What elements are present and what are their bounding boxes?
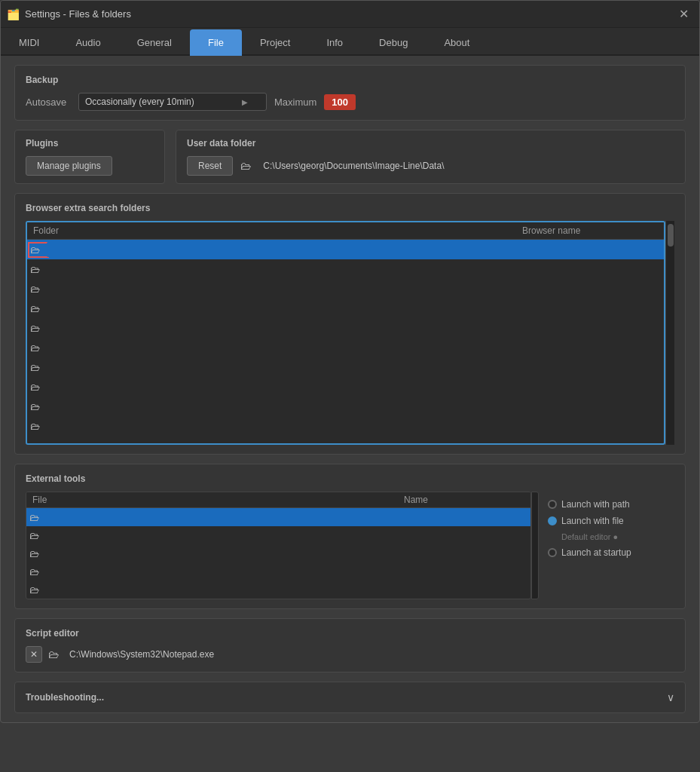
tab-audio[interactable]: Audio — [57, 29, 118, 56]
folder-icon-7[interactable]: 🗁 — [30, 362, 47, 373]
folder-icon-2[interactable]: 🗁 — [30, 264, 47, 275]
ext-folder-icon-4[interactable]: 🗁 — [29, 566, 46, 577]
ext-options: Launch with path Launch with file Defaul… — [539, 492, 674, 599]
external-tools-table-area: File Name 🗁 🗁 🗁 🗁 🗁 — [26, 492, 674, 599]
ext-folder-icon-2[interactable]: 🗁 — [29, 530, 46, 541]
tab-general[interactable]: General — [119, 29, 190, 56]
ext-row-4[interactable]: 🗁 — [26, 562, 530, 581]
user-data-folder-icon[interactable]: 🗁 — [240, 160, 251, 172]
ext-row-2[interactable]: 🗁 — [26, 526, 530, 544]
titlebar: 🗂️ Settings - Files & folders ✕ — [1, 1, 699, 28]
browser-scrollbar-thumb[interactable] — [668, 224, 674, 247]
backup-row: Autosave Occasionally (every 10min) ▶ Ma… — [26, 93, 674, 111]
col-folder: Folder — [33, 225, 522, 236]
troubleshooting-section[interactable]: Troubleshooting... ∨ — [14, 682, 686, 713]
window-title: Settings - Files & folders — [25, 8, 131, 20]
backup-section: Backup Autosave Occasionally (every 10mi… — [14, 65, 686, 121]
script-clear-button[interactable]: ✕ — [26, 646, 42, 663]
launch-path-label: Launch with path — [561, 499, 630, 510]
user-data-section: User data folder Reset 🗁 C:\Users\georg\… — [176, 130, 686, 184]
browser-row-9[interactable]: 🗁 — [27, 397, 664, 416]
troubleshoot-label: Troubleshooting... — [26, 692, 104, 703]
browser-row-1[interactable]: 🗁 — [27, 240, 664, 259]
plugins-section: Plugins Manage plugins — [14, 130, 165, 184]
browser-row-2[interactable]: 🗁 — [27, 259, 664, 279]
external-tools-section: External tools File Name 🗁 🗁 🗁 🗁 — [14, 464, 686, 609]
ext-row-5[interactable]: 🗁 — [26, 581, 530, 599]
browser-search-header: Folder Browser name — [27, 222, 664, 240]
browser-search-table: Folder Browser name 🗁 🗁 🗁 🗁 🗁 — [26, 221, 665, 445]
manage-plugins-button[interactable]: Manage plugins — [26, 156, 112, 176]
tab-about[interactable]: About — [426, 29, 488, 56]
titlebar-left: 🗂️ Settings - Files & folders — [7, 8, 131, 20]
script-editor-section: Script editor ✕ 🗁 C:\Windows\System32\No… — [14, 618, 686, 672]
autosave-dropdown[interactable]: Occasionally (every 10min) ▶ — [78, 93, 267, 111]
tab-debug[interactable]: Debug — [361, 29, 426, 56]
ext-col-name: Name — [404, 495, 524, 505]
ext-scrollbar[interactable] — [531, 492, 539, 599]
external-tools-list: File Name 🗁 🗁 🗁 🗁 🗁 — [26, 492, 531, 599]
autosave-label: Autosave — [26, 96, 71, 108]
tab-file[interactable]: File — [190, 29, 242, 56]
tab-project[interactable]: Project — [242, 29, 308, 56]
close-button[interactable]: ✕ — [674, 4, 693, 24]
folder-icon-9[interactable]: 🗁 — [30, 401, 47, 412]
tab-info[interactable]: Info — [308, 29, 361, 56]
browser-row-10[interactable]: 🗁 — [27, 416, 664, 436]
browser-row-5[interactable]: 🗁 — [27, 318, 664, 338]
col-browser: Browser name — [522, 225, 658, 236]
script-editor-row: ✕ 🗁 C:\Windows\System32\Notepad.exe — [26, 646, 674, 663]
browser-row-7[interactable]: 🗁 — [27, 357, 664, 377]
chevron-down-icon: ∨ — [667, 691, 674, 703]
troubleshoot-row: Troubleshooting... ∨ — [26, 691, 674, 703]
browser-row-6[interactable]: 🗁 — [27, 338, 664, 357]
ext-body: 🗁 🗁 🗁 🗁 🗁 — [26, 508, 530, 599]
tab-bar: MIDI Audio General File Project Info Deb… — [1, 28, 699, 56]
launch-startup-label: Launch at startup — [561, 547, 631, 558]
browser-scrollbar[interactable] — [665, 221, 674, 445]
launch-startup-row[interactable]: Launch at startup — [548, 547, 665, 558]
script-path: C:\Windows\System32\Notepad.exe — [69, 649, 214, 660]
max-label: Maximum — [274, 96, 316, 108]
content-area: Backup Autosave Occasionally (every 10mi… — [1, 56, 699, 722]
ext-folder-icon-5[interactable]: 🗁 — [29, 584, 46, 596]
folder-icon-8[interactable]: 🗁 — [30, 381, 47, 393]
folder-icon-10[interactable]: 🗁 — [30, 421, 47, 432]
launch-file-label: Launch with file — [561, 516, 624, 526]
browser-search-section: Browser extra search folders Folder Brow… — [14, 193, 686, 455]
launch-file-row[interactable]: Launch with file — [548, 516, 665, 526]
script-folder-icon[interactable]: 🗁 — [48, 648, 59, 660]
browser-row-3[interactable]: 🗁 — [27, 279, 664, 299]
ext-col-file: File — [32, 495, 404, 505]
browser-row-11[interactable]: 🗁 — [27, 436, 664, 443]
launch-path-row[interactable]: Launch with path — [548, 499, 665, 510]
default-editor-label: Default editor ● — [561, 532, 665, 541]
launch-path-radio[interactable] — [548, 500, 557, 509]
browser-row-4[interactable]: 🗁 — [27, 299, 664, 318]
plugins-title: Plugins — [26, 138, 154, 149]
browser-row-8[interactable]: 🗁 — [27, 377, 664, 397]
ext-folder-icon-1[interactable]: 🗁 — [29, 512, 46, 523]
window-icon: 🗂️ — [7, 8, 19, 20]
reset-button[interactable]: Reset — [187, 156, 233, 176]
dropdown-arrow-icon: ▶ — [242, 98, 248, 106]
folder-icon-1[interactable]: 🗁 — [30, 244, 47, 256]
ext-header: File Name — [26, 492, 530, 508]
tab-midi[interactable]: MIDI — [1, 29, 57, 56]
plugins-userdata-row: Plugins Manage plugins User data folder … — [14, 130, 686, 184]
folder-icon-6[interactable]: 🗁 — [30, 342, 47, 354]
folder-icon-4[interactable]: 🗁 — [30, 303, 47, 314]
max-value[interactable]: 100 — [324, 94, 356, 110]
launch-startup-radio[interactable] — [548, 548, 557, 557]
launch-file-radio[interactable] — [548, 516, 557, 525]
script-editor-title: Script editor — [26, 628, 674, 639]
browser-search-title: Browser extra search folders — [26, 203, 674, 213]
external-tools-title: External tools — [26, 473, 674, 484]
ext-folder-icon-3[interactable]: 🗁 — [29, 548, 46, 559]
folder-icon-3[interactable]: 🗁 — [30, 283, 47, 295]
user-data-path: C:\Users\georg\Documents\Image-Line\Data… — [263, 161, 444, 171]
ext-row-3[interactable]: 🗁 — [26, 544, 530, 562]
ext-row-1[interactable]: 🗁 — [26, 508, 530, 526]
folder-icon-11[interactable]: 🗁 — [30, 440, 47, 444]
folder-icon-5[interactable]: 🗁 — [30, 323, 47, 334]
